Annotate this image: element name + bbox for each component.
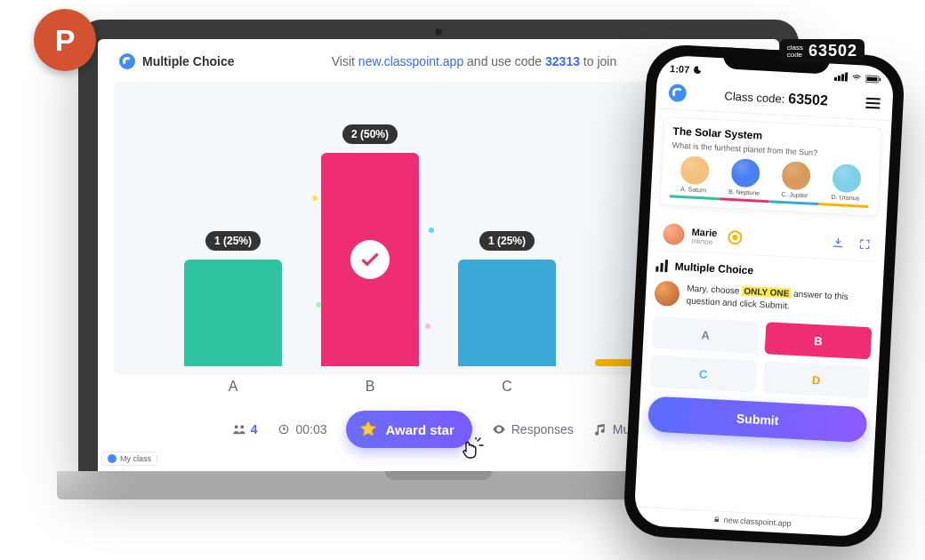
menu-button[interactable] [865, 98, 881, 109]
slide-option-caption: A. Saturn [670, 185, 717, 194]
wifi-icon [851, 74, 863, 84]
class-code-value: 63502 [808, 42, 857, 60]
slide-option: B. Neptune [720, 157, 769, 196]
x-axis-label: C [458, 379, 556, 395]
people-icon [232, 422, 246, 436]
brand-logo-icon [668, 84, 687, 102]
teacher-avatar [654, 281, 680, 307]
eye-icon [492, 422, 506, 436]
timer-value: 00:03 [295, 422, 326, 436]
participant-count: 4 [232, 422, 258, 436]
user-sub: Inknoe [691, 236, 717, 245]
star-icon [358, 420, 378, 439]
x-axis-label: A [184, 379, 282, 395]
my-class-chip[interactable]: My class [101, 452, 157, 466]
svg-rect-1 [866, 76, 877, 81]
my-class-label: My class [120, 454, 151, 463]
instruction-row: Mary, choose ONLY ONE answer to this que… [654, 281, 873, 317]
status-time: 1:07 [670, 63, 690, 75]
expand-icon[interactable] [858, 237, 872, 251]
option-d[interactable]: D [762, 361, 870, 398]
slide-options: A. SaturnB. NeptuneC. JupiterD. Uranus [670, 155, 871, 202]
chart-column: 1 (25%) [184, 231, 282, 366]
slide-option-caption: B. Neptune [720, 188, 768, 196]
planet-icon [680, 156, 710, 186]
powerpoint-letter: P [55, 23, 76, 58]
award-star-label: Award star [385, 422, 454, 437]
phone-class-code: Class code:63502 [693, 86, 859, 111]
slide-option-caption: C. Jupiter [771, 190, 818, 199]
option-b[interactable]: B [765, 322, 873, 359]
user-row: Marie Inknoe [657, 218, 878, 262]
slide-option: D. Uranus [822, 163, 871, 202]
class-code-pill: class code 63502 [780, 39, 865, 63]
slide-option-caption: D. Uranus [822, 193, 869, 202]
submit-button[interactable]: Submit [648, 396, 868, 443]
powerpoint-badge: P [34, 9, 96, 71]
planet-icon [832, 164, 862, 194]
slide-preview: The Solar System What is the furthest pl… [659, 116, 882, 217]
svg-rect-2 [880, 78, 881, 81]
join-code: 32313 [545, 54, 580, 68]
option-a[interactable]: A [652, 316, 760, 354]
activity-title-text: Multiple Choice [142, 54, 234, 68]
answer-options: A B C D [649, 316, 872, 399]
phone-device: 1:07 Class code:63502 The Solar Sys [623, 44, 906, 548]
chart-column: 1 (25%) [458, 231, 556, 366]
user-name: Marie [691, 226, 717, 237]
chart-column: 2 (50%) [321, 124, 419, 366]
timer-display: 00:03 [277, 422, 326, 436]
join-instructions: Visit new.classpoint.app and use code 32… [281, 54, 667, 68]
instruction-highlight: ONLY ONE [742, 286, 792, 299]
correct-check-icon [350, 240, 390, 279]
award-star-button[interactable]: Award star [346, 411, 471, 448]
phone-screen: 1:07 Class code:63502 The Solar Sys [633, 54, 894, 537]
cursor-icon [458, 437, 487, 466]
browser-url: new.classpoint.app [723, 516, 791, 528]
chart-bar [184, 260, 282, 366]
planet-icon [730, 158, 760, 188]
section-header: Multiple Choice [656, 260, 874, 284]
chart-bar [321, 153, 419, 366]
powerpoint-icon: P [34, 9, 96, 71]
slide-option: A. Saturn [670, 155, 719, 194]
moon-icon [693, 65, 703, 75]
bar-value-label: 1 (25%) [479, 231, 535, 251]
battery-icon [865, 75, 881, 84]
chart-bar [458, 260, 556, 366]
phone-frame: 1:07 Class code:63502 The Solar Sys [623, 44, 906, 548]
bar-value-label: 2 (50%) [342, 124, 398, 144]
star-badge-icon [728, 230, 743, 245]
responses-label: Responses [511, 422, 574, 436]
avatar [663, 223, 685, 245]
timer-icon [277, 422, 291, 436]
section-label: Multiple Choice [674, 260, 753, 277]
brand-logo-icon [119, 53, 135, 69]
participant-number: 4 [251, 422, 258, 436]
option-c[interactable]: C [649, 355, 757, 392]
instruction-text: Mary, choose ONLY ONE answer to this que… [686, 282, 873, 316]
x-axis-label: B [321, 379, 419, 395]
planet-icon [781, 161, 811, 191]
signal-icon [833, 72, 849, 84]
activity-title: Multiple Choice [119, 53, 270, 69]
webcam-icon [435, 28, 442, 36]
join-link[interactable]: new.classpoint.app [358, 54, 463, 68]
class-code-label: class code [787, 44, 803, 59]
class-dot-icon [108, 454, 117, 463]
bar-value-label: 1 (25%) [205, 231, 261, 251]
music-icon [593, 422, 607, 436]
download-icon[interactable] [832, 236, 845, 250]
bar-chart-icon [656, 260, 668, 273]
responses-toggle[interactable]: Responses [492, 422, 574, 436]
lock-icon [713, 516, 720, 523]
slide-option: C. Jupiter [771, 160, 820, 199]
